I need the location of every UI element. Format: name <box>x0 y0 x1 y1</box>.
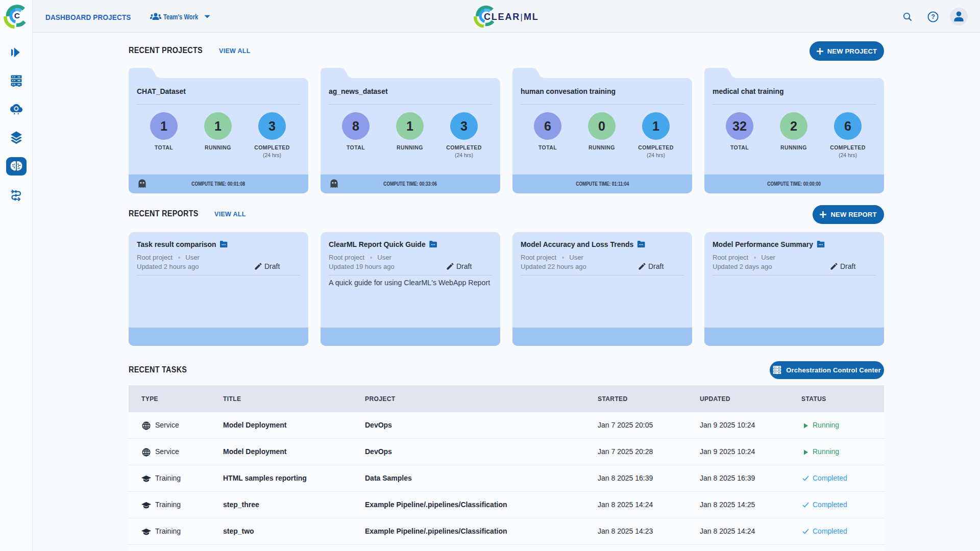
svg-text:?: ? <box>931 13 935 20</box>
svg-text:C: C <box>14 11 20 20</box>
